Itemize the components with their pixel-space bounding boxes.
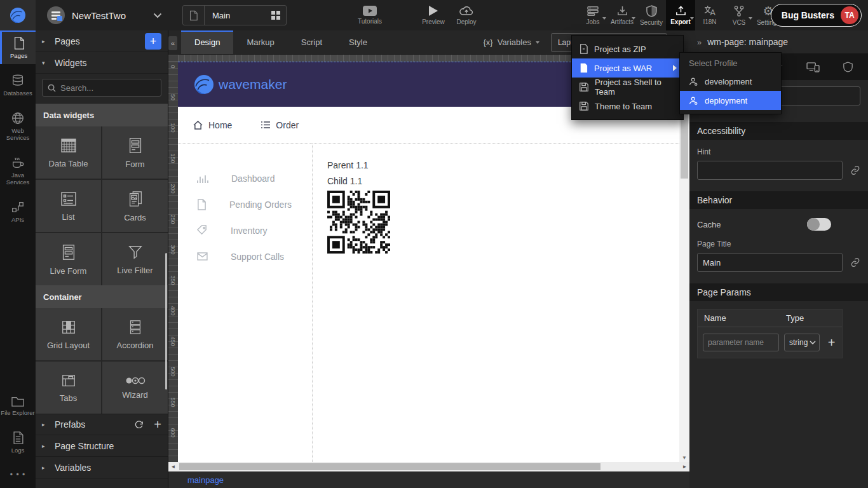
widget-tile-form[interactable]: Form (102, 126, 168, 179)
sidebar-item-logs[interactable]: Logs (0, 426, 36, 459)
status-page-name[interactable]: mainpage (187, 475, 224, 485)
sidebar-item-pages[interactable]: Pages (0, 30, 36, 64)
scroll-right-icon[interactable]: ► (680, 462, 689, 471)
param-type-select[interactable]: string (784, 334, 820, 351)
prefabs-section-header[interactable]: ▸ Prefabs + (36, 414, 168, 435)
widget-label: Accordion (117, 341, 154, 350)
cache-toggle[interactable] (807, 218, 831, 231)
chevron-down-icon[interactable] (153, 13, 162, 18)
sidebar-item-apis[interactable]: APIs (0, 196, 36, 228)
tab-design[interactable]: Design (181, 30, 233, 54)
preview-button[interactable]: Preview (417, 0, 450, 30)
i18n-button[interactable]: A I18N (695, 0, 724, 30)
security-button[interactable]: Security (637, 0, 666, 30)
wavemaker-logo-icon (8, 5, 28, 25)
sidebar-item-file-explorer[interactable]: File Explorer (0, 391, 36, 421)
refresh-icon[interactable] (134, 420, 144, 430)
accessibility-section-header[interactable]: Accessibility (689, 122, 868, 140)
sidebar-item-web-services[interactable]: Web Services (0, 107, 36, 146)
toggle-knob (807, 218, 820, 231)
bind-link-icon[interactable] (850, 165, 860, 175)
variables-button[interactable]: {x} Variables (484, 37, 539, 47)
menu-item-development[interactable]: development (680, 72, 781, 91)
security-label: Security (640, 19, 663, 26)
tab-script[interactable]: Script (288, 30, 336, 54)
more-options-icon[interactable]: • • • (0, 464, 36, 488)
artifacts-button[interactable]: Artifacts (607, 0, 637, 30)
topbar-run-actions: Preview Deploy (417, 0, 483, 30)
panel-scrollbar-thumb[interactable] (165, 253, 167, 390)
tutorials-button[interactable]: Tutorials (353, 0, 386, 30)
devices-icon[interactable] (806, 62, 820, 72)
expand-panel-icon[interactable]: » (697, 37, 702, 47)
hint-input[interactable] (697, 161, 843, 180)
widget-tile-live-form[interactable]: Live Form (36, 233, 101, 285)
horizontal-scroll-thumb[interactable] (179, 463, 600, 470)
add-page-button[interactable]: + (145, 33, 161, 50)
variables-section-header[interactable]: ▸ Variables (36, 457, 168, 478)
menu-item-project-as-war[interactable]: Project as WAR (572, 58, 683, 78)
widget-tile-cards[interactable]: Cards (102, 180, 168, 232)
export-button[interactable]: Export (666, 0, 695, 30)
parent-label-widget[interactable]: Parent 1.1 (327, 160, 679, 170)
menu-item-project-as-zip[interactable]: Project as ZIP (572, 39, 683, 58)
sidenav-label: Support Calls (231, 252, 284, 262)
widget-label: Live Filter (117, 266, 153, 275)
sidebar-label: Java Services (0, 172, 36, 186)
menu-item-theme-to-team[interactable]: Theme to Team (572, 97, 683, 116)
sidenav-item-support-calls[interactable]: Support Calls (178, 243, 312, 269)
design-page: wavemaker Home Order Dashboard (178, 62, 679, 462)
widget-tile-data-table[interactable]: Data Table (36, 126, 101, 179)
sidenav-item-pending-orders[interactable]: Pending Orders (178, 191, 312, 217)
qr-code-image[interactable] (327, 191, 390, 254)
sidenav-item-inventory[interactable]: Inventory (178, 217, 312, 243)
open-page-tab[interactable]: Main (182, 5, 287, 25)
sidebar-item-java-services[interactable]: Java Services (0, 151, 36, 191)
scroll-left-icon[interactable]: ◄ (168, 462, 178, 471)
bind-link-icon[interactable] (850, 257, 860, 268)
widget-tile-grid-layout[interactable]: Grid Layout (36, 308, 101, 360)
security-shield-icon[interactable] (843, 62, 853, 72)
widget-tile-wizard[interactable]: Wizard (102, 362, 168, 414)
wavemaker-logo[interactable] (0, 0, 36, 30)
child-label-widget[interactable]: Child 1.1 (327, 176, 679, 186)
widgets-section-header[interactable]: ▾ Widgets (36, 52, 168, 74)
page-params-header-row: Name Type (698, 309, 842, 327)
grid-view-icon[interactable] (266, 11, 286, 20)
param-name-input[interactable] (703, 334, 779, 351)
menu-item-deployment[interactable]: deployment (680, 91, 781, 110)
canvas-vertical-scrollbar[interactable]: ▲ ▼ (679, 62, 689, 462)
behavior-section-header[interactable]: Behavior (689, 191, 868, 209)
avatar[interactable]: TA (841, 6, 858, 24)
sidebar-item-databases[interactable]: Databases (0, 69, 36, 102)
canvas-horizontal-scrollbar[interactable]: ◄ ► (168, 462, 689, 471)
project-selector[interactable]: NewTestTwo (47, 6, 162, 24)
menu-item-project-as-shell[interactable]: Project as Shell to Team (572, 78, 683, 97)
tab-style[interactable]: Style (336, 30, 381, 54)
widget-tile-accordion[interactable]: Accordion (102, 308, 168, 360)
page-title-input[interactable] (697, 253, 843, 272)
widget-tile-list[interactable]: List (36, 180, 101, 232)
export-upload-icon (675, 5, 687, 17)
widget-tile-tabs[interactable]: Tabs (36, 362, 101, 414)
widget-search-input[interactable] (60, 83, 156, 93)
jobs-icon (587, 6, 599, 17)
jobs-button[interactable]: Jobs (578, 0, 607, 30)
brand-text: wavemaker (219, 77, 287, 92)
widget-search-box[interactable] (42, 79, 161, 97)
add-param-button[interactable]: + (825, 336, 838, 350)
pages-section-header[interactable]: ▸ Pages + (36, 30, 168, 52)
nav-item-home[interactable]: Home (193, 120, 232, 130)
add-prefab-button[interactable]: + (154, 418, 161, 431)
scroll-down-icon[interactable]: ▼ (679, 453, 689, 462)
page-params-section-header[interactable]: Page Params (689, 283, 868, 301)
vcs-button[interactable]: VCS (724, 0, 754, 30)
deploy-button[interactable]: Deploy (450, 0, 483, 30)
page-structure-section-header[interactable]: ▸ Page Structure (36, 435, 168, 457)
widget-tile-live-filter[interactable]: Live Filter (102, 233, 168, 285)
nav-item-order[interactable]: Order (261, 120, 299, 130)
tab-markup[interactable]: Markup (233, 30, 287, 54)
team-button[interactable]: Bug Busters TA (771, 4, 862, 27)
sidenav-item-dashboard[interactable]: Dashboard (178, 165, 312, 191)
collapse-panel-button[interactable]: « (168, 36, 177, 50)
